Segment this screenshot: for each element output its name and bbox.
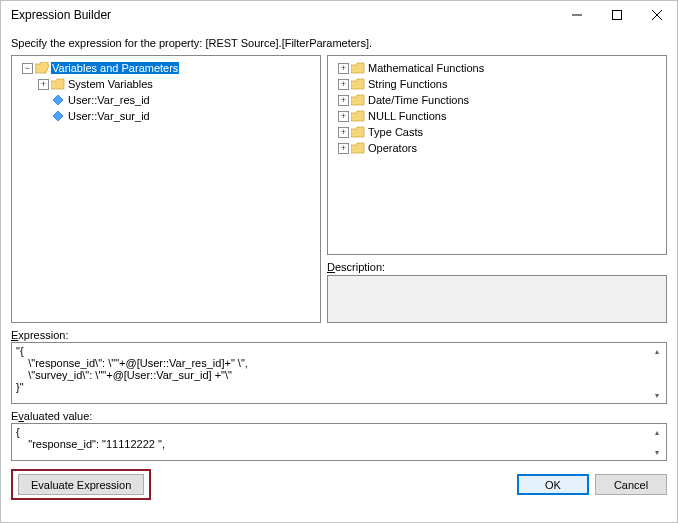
- expand-icon[interactable]: +: [338, 111, 349, 122]
- folder-icon: [351, 142, 365, 154]
- variable-icon: [51, 110, 65, 122]
- variable-icon: [51, 94, 65, 106]
- tree-item-operators[interactable]: + Operators: [330, 140, 664, 156]
- titlebar: Expression Builder: [1, 1, 677, 29]
- folder-icon: [51, 78, 65, 90]
- tree-label: NULL Functions: [367, 110, 447, 122]
- ok-button[interactable]: OK: [517, 474, 589, 495]
- tree-item-null-functions[interactable]: + NULL Functions: [330, 108, 664, 124]
- instruction-text: Specify the expression for the property:…: [11, 37, 667, 49]
- scroll-up-icon: ▴: [649, 425, 665, 439]
- scrollbar[interactable]: ▴▾: [649, 425, 665, 459]
- tree-item-datetime-functions[interactable]: + Date/Time Functions: [330, 92, 664, 108]
- expand-icon[interactable]: +: [338, 143, 349, 154]
- tree-item-var-res-id[interactable]: User::Var_res_id: [14, 92, 318, 108]
- minimize-button[interactable]: [557, 1, 597, 29]
- maximize-button[interactable]: [597, 1, 637, 29]
- expand-icon[interactable]: +: [338, 79, 349, 90]
- tree-item-string-functions[interactable]: + String Functions: [330, 76, 664, 92]
- svg-marker-4: [53, 95, 63, 105]
- tree-item-system-variables[interactable]: + System Variables: [14, 76, 318, 92]
- variables-tree[interactable]: − Variables and Parameters + System Vari…: [11, 55, 321, 323]
- folder-icon: [351, 62, 365, 74]
- evaluated-label: Evaluated value:: [11, 410, 667, 422]
- tree-label: Operators: [367, 142, 418, 154]
- evaluated-value-box[interactable]: { "response_id": "11112222 ", ▴▾: [11, 423, 667, 461]
- functions-tree[interactable]: + Mathematical Functions + String Functi…: [327, 55, 667, 255]
- tree-label: Type Casts: [367, 126, 424, 138]
- folder-icon: [351, 94, 365, 106]
- window-title: Expression Builder: [11, 8, 557, 22]
- tree-item-type-casts[interactable]: + Type Casts: [330, 124, 664, 140]
- tree-label: Variables and Parameters: [51, 62, 179, 74]
- scroll-up-icon: ▴: [649, 344, 665, 358]
- tree-label: String Functions: [367, 78, 448, 90]
- folder-icon: [351, 78, 365, 90]
- tree-label: User::Var_res_id: [67, 94, 151, 106]
- expand-icon[interactable]: +: [338, 63, 349, 74]
- scrollbar[interactable]: ▴▾: [649, 344, 665, 402]
- expand-icon[interactable]: +: [338, 127, 349, 138]
- folder-icon: [351, 110, 365, 122]
- tree-root-variables[interactable]: − Variables and Parameters: [14, 60, 318, 76]
- expand-icon[interactable]: +: [38, 79, 49, 90]
- scroll-down-icon: ▾: [649, 445, 665, 459]
- cancel-button[interactable]: Cancel: [595, 474, 667, 495]
- evaluate-expression-button[interactable]: Evaluate Expression: [18, 474, 144, 495]
- collapse-icon[interactable]: −: [22, 63, 33, 74]
- folder-icon: [351, 126, 365, 138]
- tree-label: User::Var_sur_id: [67, 110, 151, 122]
- svg-marker-5: [53, 111, 63, 121]
- tree-label: System Variables: [67, 78, 154, 90]
- expand-icon[interactable]: +: [338, 95, 349, 106]
- scroll-down-icon: ▾: [649, 388, 665, 402]
- tree-label: Mathematical Functions: [367, 62, 485, 74]
- tree-item-var-sur-id[interactable]: User::Var_sur_id: [14, 108, 318, 124]
- close-button[interactable]: [637, 1, 677, 29]
- evaluate-highlight: Evaluate Expression: [11, 469, 151, 500]
- tree-label: Date/Time Functions: [367, 94, 470, 106]
- description-label: Description:: [327, 261, 667, 273]
- svg-rect-1: [613, 11, 622, 20]
- folder-open-icon: [35, 62, 49, 74]
- expression-label: Expression:: [11, 329, 667, 341]
- description-box: [327, 275, 667, 323]
- tree-item-math-functions[interactable]: + Mathematical Functions: [330, 60, 664, 76]
- expression-input[interactable]: "{ \"response_id\": \""+@[User::Var_res_…: [11, 342, 667, 404]
